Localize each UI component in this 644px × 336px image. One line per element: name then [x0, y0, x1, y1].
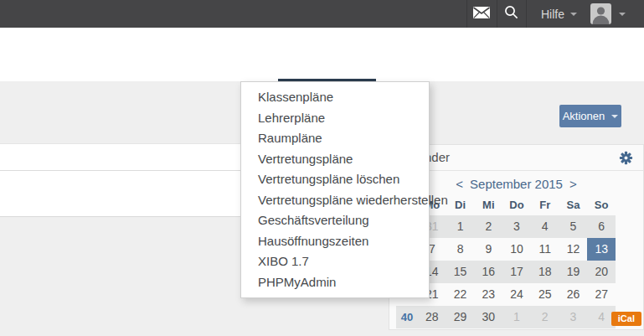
search-icon	[504, 5, 518, 23]
calendar-day[interactable]: 3	[559, 306, 588, 328]
dropdown-item-vertretungspläne-wiederherstellen[interactable]: Vertretungspläne wiederherstellen	[241, 190, 429, 211]
top-bar: Hilfe	[0, 0, 644, 28]
calendar-day[interactable]: 16	[474, 261, 502, 283]
mail-button[interactable]	[466, 0, 497, 28]
calendar-day[interactable]: 28	[418, 306, 446, 328]
calendar-day[interactable]: 4	[531, 215, 559, 238]
calendar-day-header: So	[587, 195, 616, 215]
calendar-settings-button[interactable]	[619, 151, 633, 165]
calendar-day[interactable]: 1	[446, 215, 475, 238]
calendar-day[interactable]: 30	[474, 306, 502, 328]
dropdown-item-klassenpläne[interactable]: Klassenpläne	[241, 87, 429, 108]
gear-icon	[619, 153, 633, 168]
current-month-label: September 2015	[470, 177, 563, 191]
mail-icon	[473, 7, 490, 22]
dropdown-item-lehrerpläne[interactable]: Lehrerpläne	[241, 108, 429, 129]
verwaltung-dropdown: KlassenpläneLehrerpläneRaumpläneVertretu…	[240, 81, 430, 298]
calendar-day[interactable]: 5	[559, 215, 588, 238]
calendar-day[interactable]: 8	[446, 238, 475, 261]
calendar-day[interactable]: 2	[474, 215, 502, 238]
ical-button[interactable]: iCal	[611, 312, 641, 326]
help-label: Hilfe	[541, 8, 564, 21]
calendar-day-header: Mi	[474, 195, 502, 215]
calendar-day[interactable]: 18	[531, 261, 559, 283]
calendar-day[interactable]: 10	[502, 238, 531, 261]
calendar-day-header: Di	[446, 195, 475, 215]
chevron-down-icon	[619, 13, 626, 16]
calendar-day[interactable]: 27	[587, 283, 616, 306]
dropdown-item-phpmyadmin[interactable]: PHPMyAdmin	[241, 272, 429, 293]
actions-label: Aktionen	[563, 110, 605, 122]
calendar-day[interactable]: 20	[587, 261, 616, 283]
dropdown-item-hausöffnungszeiten[interactable]: Hausöffnungszeiten	[241, 231, 429, 252]
calendar-day[interactable]: 2	[531, 306, 559, 328]
dropdown-item-vertretungspläne-löschen[interactable]: Vertretungspläne löschen	[241, 169, 429, 190]
user-avatar[interactable]	[590, 3, 611, 24]
calendar-day[interactable]: 22	[446, 283, 475, 306]
next-month-button[interactable]: >	[569, 177, 577, 191]
calendar-day[interactable]: 25	[531, 283, 559, 306]
calendar-day[interactable]: 1	[502, 306, 531, 328]
calendar-day-header: Sa	[559, 195, 588, 215]
calendar-day[interactable]: 11	[531, 238, 559, 261]
calendar-day[interactable]: 17	[502, 261, 531, 283]
calendar-week-row: 402829301234	[396, 306, 616, 328]
calendar-day[interactable]: 12	[559, 238, 588, 261]
dropdown-item-geschäftsverteilung[interactable]: Geschäftsverteilung	[241, 210, 429, 231]
calendar-day[interactable]: 26	[559, 283, 588, 306]
calendar-day[interactable]: 24	[502, 283, 531, 306]
calendar-day[interactable]: 29	[446, 306, 475, 328]
dropdown-item-xibo-1.7[interactable]: XIBO 1.7	[241, 251, 429, 272]
chevron-down-icon	[570, 13, 577, 16]
calendar-day[interactable]: 3	[502, 215, 531, 238]
calendar-day[interactable]: 9	[474, 238, 502, 261]
help-menu[interactable]: Hilfe	[527, 0, 588, 28]
chevron-down-icon	[611, 115, 618, 118]
calendar-day[interactable]: 15	[446, 261, 475, 283]
calendar-week-number: 40	[396, 306, 418, 328]
calendar-day[interactable]: 19	[559, 261, 588, 283]
dropdown-item-raumpläne[interactable]: Raumpläne	[241, 128, 429, 149]
calendar-day-selected[interactable]: 13	[587, 238, 616, 261]
calendar-day-header: Fr	[531, 195, 559, 215]
top-bar-actions: Hilfe	[466, 0, 626, 28]
calendar-day[interactable]: 23	[474, 283, 502, 306]
calendar-day[interactable]: 6	[587, 215, 616, 238]
calendar-day-header: Do	[502, 195, 531, 215]
app-window: Hilfe Gruppen Ressourcen A	[0, 0, 644, 336]
prev-month-button[interactable]: <	[456, 177, 463, 191]
dropdown-item-vertretungspläne[interactable]: Vertretungspläne	[241, 149, 429, 170]
actions-button[interactable]: Aktionen	[559, 105, 621, 127]
main-navbar: Gruppen Ressourcen Aktuelles Verwaltung	[0, 28, 644, 81]
search-button[interactable]	[497, 0, 527, 28]
